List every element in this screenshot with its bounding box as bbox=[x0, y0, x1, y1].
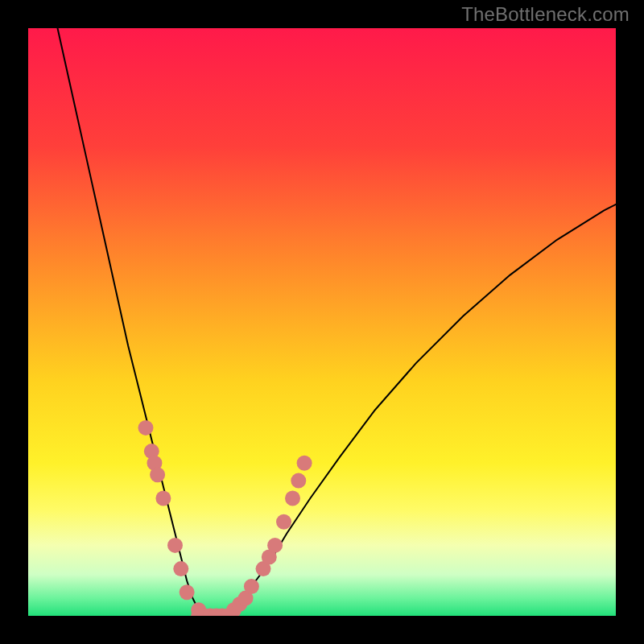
data-marker bbox=[173, 561, 188, 576]
data-marker bbox=[285, 491, 300, 506]
bottleneck-chart bbox=[28, 28, 616, 616]
watermark-text: TheBottleneck.com bbox=[461, 3, 630, 26]
data-marker bbox=[291, 473, 306, 489]
data-marker bbox=[155, 491, 171, 506]
data-marker bbox=[180, 584, 195, 600]
data-marker bbox=[276, 514, 291, 530]
data-marker bbox=[150, 467, 165, 482]
data-marker bbox=[267, 538, 283, 553]
data-marker bbox=[244, 579, 259, 594]
data-marker bbox=[297, 456, 312, 471]
data-marker bbox=[167, 538, 183, 553]
chart-frame: TheBottleneck.com bbox=[0, 0, 644, 644]
data-marker bbox=[138, 420, 154, 436]
gradient-background bbox=[28, 28, 616, 616]
